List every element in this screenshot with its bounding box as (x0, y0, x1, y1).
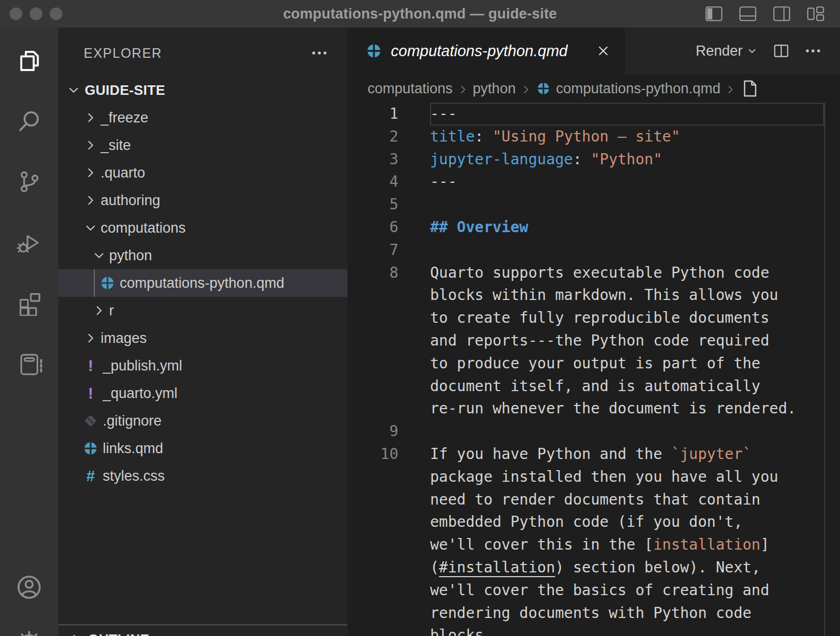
line-number (347, 398, 398, 420)
line-number (347, 307, 398, 330)
line-number (347, 556, 398, 579)
workspace-section-label: GUIDE-SITE (85, 82, 165, 99)
tree-item--gitignore[interactable]: .gitignore (58, 407, 347, 435)
explorer-sidebar: EXPLORER GUIDE-SITE _freeze_site.quartoa… (58, 28, 347, 636)
tree-item-label: styles.css (103, 468, 165, 484)
line-number (347, 330, 398, 352)
close-tab-icon[interactable] (595, 43, 611, 59)
activity-item-notebook-journal[interactable] (0, 333, 58, 393)
code-line: we'll cover the basics of creating and (347, 579, 840, 602)
activity-item-extensions[interactable] (0, 272, 58, 333)
workspace-section-header[interactable]: GUIDE-SITE (58, 76, 347, 104)
code-line: rendering documents with Python code (347, 602, 840, 625)
explorer-more-actions-icon[interactable] (310, 44, 328, 62)
chevron-right-icon (83, 110, 99, 126)
outline-section-header[interactable]: OUTLINE (58, 625, 347, 636)
tree-item-label: _freeze (101, 110, 148, 126)
breadcrumb-item[interactable]: python (473, 81, 516, 97)
code-line: 9 (347, 420, 840, 443)
tree-item-label: images (101, 330, 147, 347)
tree-item-label: python (109, 248, 152, 264)
overview-ruler-scrollbar[interactable] (824, 103, 840, 636)
more-actions-icon[interactable] (804, 42, 822, 60)
activity-item-explorer[interactable] (0, 31, 58, 91)
chevron-right-icon (457, 83, 469, 94)
tree-item-python[interactable]: python (58, 242, 347, 269)
code-line: (#installation) section below). Next, (347, 556, 840, 579)
layout-panel-bottom-icon[interactable] (738, 5, 757, 22)
code-line: to produce your output is part of the (347, 352, 840, 375)
tree-item--site[interactable]: _site (58, 131, 347, 159)
tree-item-authoring[interactable]: authoring (58, 187, 347, 214)
breadcrumb-item[interactable]: computations (368, 81, 453, 97)
line-number (347, 489, 398, 511)
tab-label: computations-python.qmd (391, 42, 568, 60)
activity-item-run-and-debug[interactable] (0, 212, 58, 272)
breadcrumb-item[interactable]: computations-python.qmd (556, 81, 721, 97)
layout-sidebar-right-icon[interactable] (772, 5, 791, 22)
tree-item-label: .quarto (101, 165, 145, 181)
line-number (347, 375, 398, 398)
tree-item--publish-yml[interactable]: !_publish.yml (58, 352, 347, 379)
layout-customize-icon[interactable] (806, 5, 825, 22)
vscode-window: computations-python.qmd — guide-site EXP… (0, 0, 840, 636)
git-file-icon (83, 413, 99, 429)
split-editor-icon[interactable] (772, 42, 790, 60)
outline-section-label: OUTLINE (88, 631, 149, 636)
notebook-journal-icon (16, 350, 42, 376)
tree-item-styles-css[interactable]: #styles.css (58, 462, 347, 490)
tree-item-label: computations (101, 220, 186, 236)
quarto-file-icon (83, 440, 99, 456)
activity-item-source-control[interactable] (0, 152, 58, 212)
tree-item-images[interactable]: images (58, 324, 347, 352)
code-line: 5 (347, 193, 840, 216)
layout-sidebar-left-icon[interactable] (704, 5, 723, 22)
activity-item-search[interactable] (0, 91, 58, 152)
code-line: document itself, and is automatically (347, 375, 840, 398)
title-bar: computations-python.qmd — guide-site (0, 0, 840, 28)
code-line: 4--- (347, 171, 840, 193)
tree-item--quarto-yml[interactable]: !_quarto.yml (58, 379, 347, 407)
code-line: re-run whenever the document is rendered… (347, 398, 840, 420)
manage-gear-icon[interactable] (15, 630, 43, 636)
layout-controls (704, 0, 825, 28)
line-number (347, 602, 398, 625)
tree-item--quarto[interactable]: .quarto (58, 159, 347, 187)
chevron-right-icon (83, 192, 99, 208)
render-button[interactable]: Render (695, 43, 758, 59)
tree-item-computations-python-qmd[interactable]: computations-python.qmd (58, 269, 347, 297)
chevron-down-icon (746, 45, 758, 57)
line-number (347, 466, 398, 489)
line-number (347, 511, 398, 534)
line-number: 8 (347, 262, 398, 285)
sidebar-title: EXPLORER (84, 46, 162, 61)
tree-item-label: links.qmd (103, 440, 163, 457)
explorer-icon (16, 48, 42, 74)
code-line: package installed then you have all you (347, 466, 840, 489)
outline-section: OUTLINE (58, 624, 347, 636)
chevron-right-icon (68, 631, 84, 636)
tab-computations-python-qmd[interactable]: computations-python.qmd (347, 28, 625, 74)
account-icon[interactable] (15, 573, 43, 601)
chevron-right-icon (725, 83, 736, 94)
tree-item-links-qmd[interactable]: links.qmd (58, 435, 347, 462)
code-content: 1---2title: "Using Python — site"3jupyte… (347, 103, 840, 636)
tree-item-label: r (109, 303, 114, 319)
extensions-icon (16, 289, 42, 316)
chevron-down-icon (91, 248, 107, 263)
line-number (347, 352, 398, 375)
source-control-icon (16, 169, 42, 195)
editor-actions: Render (695, 28, 840, 74)
tree-item--freeze[interactable]: _freeze (58, 104, 347, 131)
code-line: 8Quarto supports executable Python code (347, 262, 840, 285)
editor-code-area[interactable]: 1---2title: "Using Python — site"3jupyte… (347, 103, 840, 636)
tab-bar: computations-python.qmd Render (347, 28, 840, 74)
activity-bar (0, 28, 58, 636)
line-number: 7 (347, 239, 398, 262)
code-line: 7 (347, 239, 840, 262)
css-file-icon: # (83, 468, 99, 484)
line-number (347, 579, 398, 602)
tree-item-computations[interactable]: computations (58, 214, 347, 242)
tree-item-r[interactable]: r (58, 297, 347, 324)
chevron-right-icon (520, 83, 532, 94)
